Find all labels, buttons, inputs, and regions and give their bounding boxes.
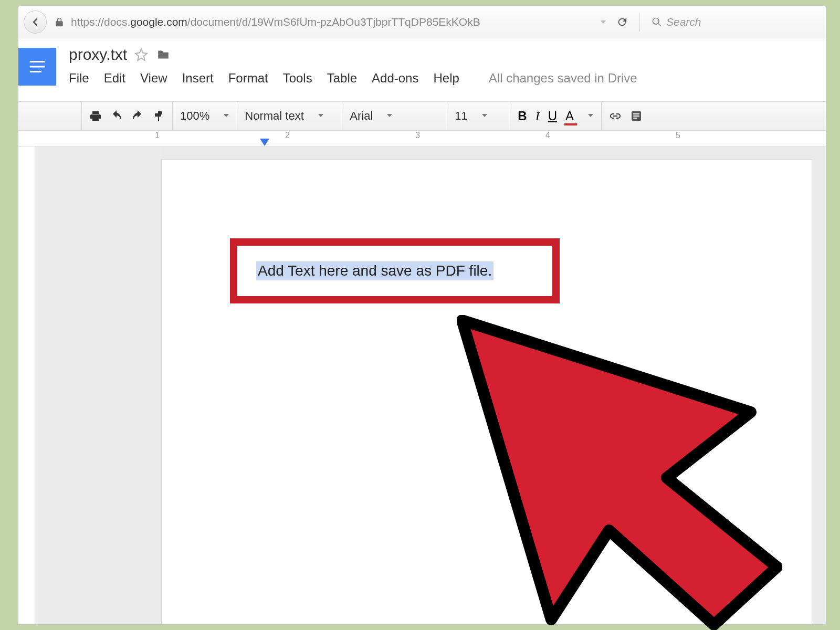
url-field[interactable]: https://docs.google.com/document/d/19WmS… — [69, 13, 594, 32]
undo-button[interactable] — [110, 110, 123, 122]
zoom-select[interactable]: 100% — [180, 109, 209, 123]
lock-icon — [54, 17, 65, 27]
font-select[interactable]: Arial — [350, 109, 373, 123]
menu-view[interactable]: View — [140, 71, 167, 86]
print-button[interactable] — [89, 110, 102, 122]
annotation-cursor-arrow-icon — [457, 315, 782, 630]
menu-table[interactable]: Table — [327, 71, 357, 86]
document-body-text[interactable]: Add Text here and save as PDF file. — [256, 261, 494, 280]
reload-button[interactable] — [616, 16, 628, 28]
url-host: google.com — [130, 16, 187, 28]
docs-title-area: proxy.txt File Edit View Insert Format T… — [56, 38, 637, 101]
menu-insert[interactable]: Insert — [182, 71, 214, 86]
bold-button[interactable]: B — [518, 109, 527, 123]
italic-button[interactable]: I — [536, 109, 540, 123]
url-dropdown-icon[interactable] — [598, 17, 608, 27]
menu-format[interactable]: Format — [228, 71, 268, 86]
menu-bar: File Edit View Insert Format Tools Table… — [69, 71, 637, 86]
annotation-highlight-box: Add Text here and save as PDF file. — [230, 238, 560, 303]
docs-logo[interactable] — [18, 48, 56, 86]
menu-help[interactable]: Help — [433, 71, 459, 86]
page-gutter — [35, 146, 161, 624]
ruler-number: 4 — [545, 131, 550, 140]
url-prefix: https://docs. — [71, 16, 130, 28]
ruler-number: 1 — [155, 131, 160, 140]
paint-format-button[interactable] — [152, 110, 165, 122]
browser-nav-bar: https://docs.google.com/document/d/19WmS… — [18, 6, 826, 38]
chevron-down-icon[interactable] — [481, 111, 488, 121]
text-color-button[interactable]: A — [565, 109, 574, 123]
chevron-down-icon[interactable] — [223, 111, 229, 121]
drive-status: All changes saved in Drive — [489, 71, 637, 86]
document-title[interactable]: proxy.txt — [69, 46, 127, 64]
ruler-number: 3 — [415, 131, 420, 140]
insert-link-button[interactable] — [609, 110, 622, 122]
docs-header: proxy.txt File Edit View Insert Format T… — [18, 38, 826, 101]
ruler-number: 5 — [676, 131, 680, 140]
menu-tools[interactable]: Tools — [283, 71, 312, 86]
redo-button[interactable] — [131, 110, 144, 122]
paragraph-style-select[interactable]: Normal text — [245, 109, 303, 123]
svg-rect-2 — [633, 116, 639, 117]
align-button[interactable] — [630, 110, 643, 122]
browser-search-box[interactable]: Search — [647, 12, 821, 32]
chevron-down-icon[interactable] — [386, 111, 393, 121]
underline-button[interactable]: U — [548, 109, 557, 123]
nav-separator — [639, 13, 640, 32]
svg-rect-1 — [633, 113, 639, 114]
font-size-select[interactable]: 11 — [455, 109, 467, 123]
chevron-down-icon[interactable] — [587, 111, 594, 121]
svg-rect-3 — [633, 118, 637, 119]
star-icon[interactable] — [134, 48, 148, 61]
search-icon — [652, 17, 662, 27]
search-placeholder: Search — [666, 16, 701, 28]
back-button[interactable] — [24, 10, 47, 34]
horizontal-ruler[interactable]: 1 2 3 4 5 — [18, 131, 826, 146]
ruler-number: 2 — [285, 131, 290, 140]
chevron-down-icon[interactable] — [318, 111, 324, 121]
toolbar: 100% Normal text Arial 11 B I U A — [18, 101, 826, 131]
vertical-ruler[interactable] — [18, 146, 35, 624]
menu-edit[interactable]: Edit — [104, 71, 125, 86]
menu-file[interactable]: File — [69, 71, 89, 86]
folder-icon[interactable] — [155, 48, 171, 61]
menu-addons[interactable]: Add-ons — [372, 71, 418, 86]
url-path: /document/d/19WmS6fUm-pzAbOu3TjbprTTqDP8… — [187, 16, 480, 28]
